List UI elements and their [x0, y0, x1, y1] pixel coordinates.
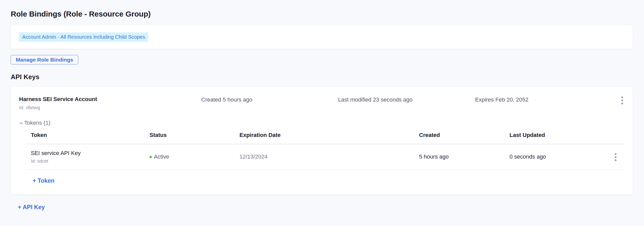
add-api-key-button[interactable]: + API Key: [18, 204, 45, 211]
api-key-summary-row: Harness SEI Service Account Id: dfetwg C…: [11, 87, 633, 110]
tokens-table: Token Status Expiration Date Created Las…: [26, 126, 624, 170]
column-header-status: Status: [150, 132, 239, 138]
api-key-name: Harness SEI Service Account: [19, 96, 201, 103]
api-key-expires: Expires Feb 20, 2052: [475, 96, 619, 103]
manage-role-bindings-button[interactable]: Manage Role Bindings: [11, 55, 78, 64]
service-account-detail-page: Role Bindings (Role - Resource Group) Ac…: [0, 0, 644, 211]
token-id: Id: sdcet: [31, 159, 150, 164]
api-key-menu-button[interactable]: [619, 95, 625, 105]
tokens-toggle-label: Tokens (1): [24, 120, 50, 126]
api-keys-heading: API Keys: [11, 73, 633, 81]
kebab-menu-icon: [615, 153, 616, 161]
status-active-dot-icon: [150, 156, 152, 158]
column-header-token: Token: [26, 132, 150, 138]
chevron-up-icon: [19, 121, 23, 125]
api-key-last-modified: Last modified 23 seconds ago: [338, 96, 475, 103]
tokens-table-header: Token Status Expiration Date Created Las…: [26, 126, 624, 144]
token-name: SEI service API Key: [31, 150, 150, 157]
token-table-row: SEI service API Key Id: sdcet Active 12/…: [26, 144, 624, 170]
token-status-label: Active: [154, 153, 169, 160]
token-menu-button[interactable]: [613, 152, 619, 162]
token-last-updated: 0 seconds ago: [509, 153, 606, 160]
api-key-created: Created 5 hours ago: [201, 96, 338, 103]
column-header-expiration-date: Expiration Date: [239, 132, 419, 138]
add-token-button[interactable]: + Token: [33, 177, 55, 184]
api-key-id: Id: dfetwg: [19, 105, 201, 110]
api-key-name-block: Harness SEI Service Account Id: dfetwg: [19, 96, 201, 110]
role-bindings-card: Account Admin - All Resources Including …: [11, 25, 633, 49]
token-expiration-date: 12/13/2024: [239, 153, 419, 160]
api-key-card: Harness SEI Service Account Id: dfetwg C…: [11, 87, 633, 194]
token-status: Active: [150, 153, 239, 160]
column-header-last-updated: Last Updated: [509, 132, 606, 138]
token-name-block: SEI service API Key Id: sdcet: [26, 150, 150, 164]
column-header-created: Created: [419, 132, 509, 138]
tokens-section-toggle[interactable]: Tokens (1): [19, 120, 50, 126]
token-created: 5 hours ago: [419, 153, 509, 160]
kebab-menu-icon: [621, 96, 623, 104]
role-binding-tag: Account Admin - All Resources Including …: [19, 32, 148, 42]
page-title: Role Bindings (Role - Resource Group): [11, 10, 633, 18]
